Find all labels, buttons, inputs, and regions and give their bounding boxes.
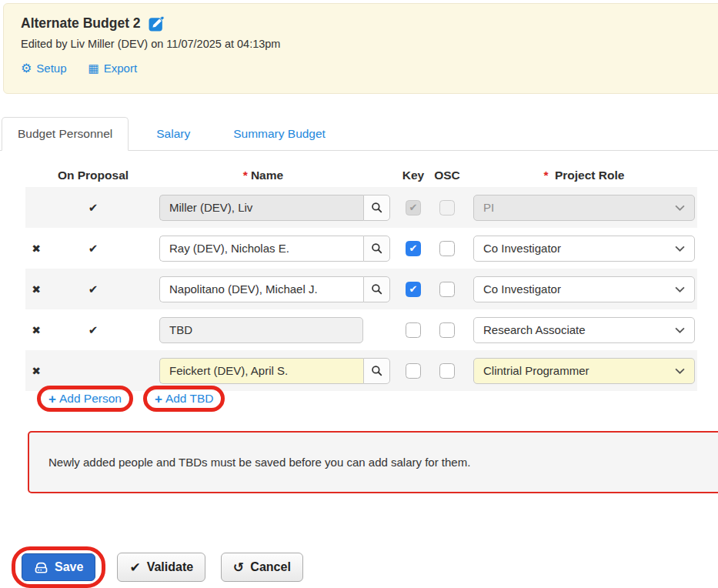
project-role-value: Co Investigator — [483, 282, 561, 296]
table-row: ✖ ✔ ✔ ✔ PI — [25, 187, 697, 228]
project-role-value: Research Associate — [483, 323, 586, 336]
osc-checkbox[interactable]: ✔ — [439, 363, 455, 379]
notice-text: Newly added people and TBDs must be save… — [48, 456, 470, 469]
project-role-select[interactable]: Co Investigator — [473, 276, 695, 302]
check-icon: ✔ — [129, 561, 140, 574]
plus-icon: + — [48, 393, 56, 406]
search-icon — [371, 365, 382, 376]
project-role-value: PI — [483, 201, 494, 214]
osc-checkbox[interactable]: ✔ — [439, 282, 455, 297]
search-person-button[interactable] — [363, 358, 390, 384]
required-asterisk: * — [243, 169, 248, 182]
key-checkbox[interactable]: ✔ — [406, 322, 421, 338]
search-person-button[interactable] — [363, 236, 390, 262]
name-input[interactable] — [159, 276, 363, 302]
undo-icon: ↺ — [233, 561, 244, 574]
project-role-select[interactable]: Research Associate — [473, 317, 695, 343]
column-header-key: Key — [398, 169, 429, 182]
chevron-down-icon — [675, 368, 685, 374]
tab-budget-personnel[interactable]: Budget Personnel — [2, 117, 129, 151]
required-asterisk: * — [544, 169, 549, 182]
annotation-circle-add-person: + Add Person — [37, 386, 133, 412]
osc-checkbox: ✔ — [439, 200, 455, 215]
chevron-down-icon — [675, 327, 685, 333]
annotation-circle-add-tbd: + Add TBD — [143, 386, 225, 412]
column-header-project-role: * Project Role — [463, 169, 697, 182]
validate-button-label: Validate — [147, 560, 193, 574]
validate-button[interactable]: ✔ Validate — [117, 553, 205, 582]
search-icon — [371, 202, 382, 213]
osc-checkbox[interactable]: ✔ — [439, 322, 455, 338]
project-role-select: PI — [473, 195, 695, 221]
notice-box: Newly added people and TBDs must be save… — [28, 431, 718, 493]
footer-button-bar: Save ✔ Validate ↺ Cancel — [12, 546, 303, 588]
project-role-select[interactable]: Co Investigator — [473, 236, 695, 262]
export-link[interactable]: ▦ Export — [88, 62, 138, 75]
project-role-value: Co Investigator — [483, 242, 561, 255]
cancel-button-label: Cancel — [250, 560, 290, 574]
table-row: ✖ ✔ ✔ ✔ Research Associate — [25, 309, 697, 350]
delete-row-button[interactable]: ✖ — [32, 324, 41, 336]
cancel-button[interactable]: ↺ Cancel — [221, 553, 303, 582]
save-button-label: Save — [55, 560, 83, 574]
search-icon — [371, 283, 382, 295]
setup-link-label: Setup — [36, 62, 66, 75]
chevron-down-icon — [675, 246, 685, 252]
name-input[interactable] — [159, 358, 363, 384]
add-tbd-link[interactable]: + Add TBD — [155, 392, 214, 406]
save-button[interactable]: Save — [22, 553, 95, 581]
gear-icon: ⚙ — [21, 62, 32, 75]
budget-header-panel: Alternate Budget 2 Edited by Liv Miller … — [3, 3, 718, 94]
edited-by-line: Edited by Liv Miller (DEV) on 11/07/2025… — [21, 38, 709, 50]
chevron-down-icon — [675, 286, 685, 292]
add-person-link[interactable]: + Add Person — [48, 392, 122, 406]
tab-salary[interactable]: Salary — [141, 118, 205, 150]
name-input[interactable] — [159, 236, 363, 262]
table-header-row: On Proposal * Name Key OSC * Project Rol… — [25, 164, 697, 187]
table-row: ✖ ✔ ✔ ✔ Co Investigator — [25, 269, 697, 309]
personnel-table: On Proposal * Name Key OSC * Project Rol… — [25, 164, 697, 391]
search-icon — [371, 242, 382, 254]
add-actions-row: + Add Person + Add TBD — [37, 386, 225, 412]
table-grid-icon: ▦ — [88, 62, 99, 74]
project-role-value: Clintrial Programmer — [483, 364, 589, 377]
page-title: Alternate Budget 2 — [21, 15, 141, 32]
delete-row-button[interactable]: ✖ — [32, 283, 41, 296]
key-checkbox[interactable]: ✔ — [406, 363, 421, 379]
save-icon — [34, 561, 48, 574]
tab-summary-budget[interactable]: Summary Budget — [218, 118, 341, 150]
column-header-name: * Name — [159, 169, 390, 182]
plus-icon: + — [155, 393, 162, 406]
tab-bar: Budget Personnel Salary Summary Budget — [0, 117, 718, 151]
name-input — [159, 195, 363, 221]
chevron-down-icon — [675, 205, 685, 211]
key-checkbox: ✔ — [406, 200, 421, 215]
delete-row-button[interactable]: ✖ — [32, 242, 41, 255]
add-person-label: Add Person — [59, 392, 122, 406]
search-person-button[interactable] — [363, 195, 390, 221]
name-input[interactable] — [159, 317, 363, 343]
key-checkbox[interactable]: ✔ — [406, 282, 421, 297]
on-proposal-check-icon: ✔ — [88, 282, 99, 296]
table-row: ✖ ✔ ✔ ✔ Co Investigator — [25, 228, 697, 269]
annotation-circle-save: Save — [12, 546, 105, 588]
export-link-label: Export — [104, 62, 137, 75]
on-proposal-check-icon: ✔ — [88, 201, 99, 214]
osc-checkbox[interactable]: ✔ — [439, 241, 455, 256]
search-person-button[interactable] — [363, 276, 390, 302]
setup-link[interactable]: ⚙ Setup — [21, 62, 67, 75]
project-role-select[interactable]: Clintrial Programmer — [473, 358, 695, 384]
add-tbd-label: Add TBD — [165, 392, 214, 406]
key-checkbox[interactable]: ✔ — [406, 241, 421, 256]
column-header-osc: OSC — [432, 169, 463, 182]
on-proposal-check-icon: ✔ — [88, 323, 99, 336]
on-proposal-check-icon: ✔ — [88, 242, 99, 255]
column-header-on-proposal: On Proposal — [47, 169, 139, 182]
edit-title-icon[interactable] — [149, 15, 165, 32]
delete-row-button[interactable]: ✖ — [32, 365, 41, 377]
